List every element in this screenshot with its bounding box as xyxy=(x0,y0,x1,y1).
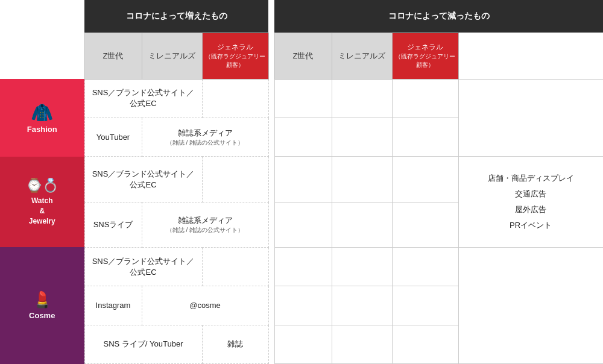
fashion-dec-row2-gen xyxy=(392,118,458,157)
watch-dec-row1-z xyxy=(274,157,332,202)
cosme-dec-row1-z xyxy=(274,247,332,286)
watch-dec-content: 店舗・商品ディスプレイ 交通広告 屋外広告 PRイベント xyxy=(458,157,603,248)
category-cosme: 💄 Cosme xyxy=(0,247,84,363)
cosme-inc-row1-zmill: SNS／ブランド公式サイト／公式EC xyxy=(84,247,202,286)
cosme-inc-row3-z: SNS ライブ/ YouTuber xyxy=(84,325,202,363)
inc-millennials: ミレニアルズ xyxy=(142,33,202,79)
cosme-dec-row2-mil xyxy=(332,286,392,325)
watch-inc-row1-zmill: SNS／ブランド公式サイト／公式EC xyxy=(84,157,202,202)
fashion-dec-row1-z xyxy=(274,79,332,118)
fashion-inc-row2-z: YouTuber xyxy=(84,118,142,157)
cosme-label: Cosme xyxy=(2,311,82,320)
fashion-dec-row1-mil xyxy=(332,79,392,118)
cosme-dec-row2-gen xyxy=(392,286,458,325)
watch-inc-row2-gen: 雑誌系メディア （雑誌 / 雑誌の公式サイト） xyxy=(142,202,268,247)
cosme-dec-content xyxy=(458,247,603,363)
watch-dec-row2-gen xyxy=(392,202,458,247)
fashion-dec-row2-mil xyxy=(332,118,392,157)
fashion-inc-row2-gen: 雑誌系メディア （雑誌 / 雑誌の公式サイト） xyxy=(142,118,268,157)
watch-icon: ⌚💍 xyxy=(2,178,82,193)
watch-dec-row2-mil xyxy=(332,202,392,247)
fashion-label: Fashion xyxy=(2,125,82,134)
fashion-dec-row2-z xyxy=(274,118,332,157)
fashion-dec-row1-gen xyxy=(392,79,458,118)
dec-millennials: ミレニアルズ xyxy=(332,33,392,79)
increased-header: コロナによって増えたもの xyxy=(84,0,268,33)
cosme-inc-row3-gen: 雑誌 xyxy=(202,325,268,363)
fashion-icon: 🧥 xyxy=(2,102,82,122)
cosme-inc-row2-z: Instagram xyxy=(84,286,142,325)
dec-gen-z: Z世代 xyxy=(274,33,332,79)
cosme-dec-row3-z xyxy=(274,325,332,363)
fashion-inc-row1-gen xyxy=(202,79,268,118)
cosme-dec-row3-mil xyxy=(332,325,392,363)
decreased-header: コロナによって減ったもの xyxy=(274,0,603,33)
cosme-dec-row1-gen xyxy=(392,247,458,286)
dec-general: ジェネラル （既存ラグジュアリー顧客） xyxy=(392,33,458,79)
watch-dec-row1-gen xyxy=(392,157,458,202)
fashion-dec-content xyxy=(458,79,603,157)
category-watch: ⌚💍 Watch & Jewelry xyxy=(0,157,84,248)
category-fashion: 🧥 Fashion xyxy=(0,79,84,157)
watch-label: Watch & Jewelry xyxy=(2,196,82,226)
fashion-inc-row1-zmill: SNS／ブランド公式サイト／公式EC xyxy=(84,79,202,118)
cosme-dec-row2-z xyxy=(274,286,332,325)
cosme-inc-row2-gen: @cosme xyxy=(142,286,268,325)
watch-dec-row1-mil xyxy=(332,157,392,202)
cosme-icon: 💄 xyxy=(2,291,82,309)
inc-general: ジェネラル （既存ラグジュアリー顧客） xyxy=(202,33,268,79)
watch-inc-row2-z: SNSライブ xyxy=(84,202,142,247)
inc-gen-z: Z世代 xyxy=(84,33,142,79)
watch-inc-row1-gen xyxy=(202,157,268,202)
cosme-inc-row1-gen xyxy=(202,247,268,286)
cosme-dec-row1-mil xyxy=(332,247,392,286)
cosme-dec-row3-gen xyxy=(392,325,458,363)
watch-dec-row2-z xyxy=(274,202,332,247)
